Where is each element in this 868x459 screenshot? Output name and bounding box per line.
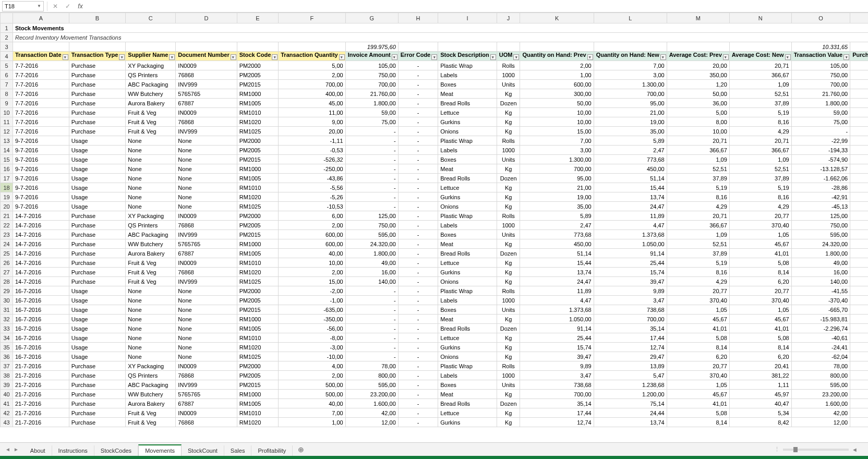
cell-F16[interactable]: -250,00 <box>279 164 345 174</box>
cell-D11[interactable]: 76868 <box>176 117 237 127</box>
cell-F43[interactable]: 1,00 <box>279 418 345 427</box>
row-22[interactable]: 22 <box>1 221 13 230</box>
cell-A41[interactable]: 21-7-2016 <box>13 399 69 408</box>
cell-M22[interactable]: 366,67 <box>667 221 729 230</box>
cell-O6[interactable]: 750,00 <box>791 70 850 80</box>
cell-L16[interactable]: 450,00 <box>594 164 667 174</box>
cell-D38[interactable]: 76868 <box>176 371 237 380</box>
cell-N19[interactable]: 8,16 <box>729 192 791 202</box>
cell-H43[interactable]: - <box>398 418 438 427</box>
cell-P39[interactable]: 1,19 <box>850 380 868 390</box>
cell-J15[interactable]: Units <box>497 155 520 164</box>
cell-E28[interactable]: RM1025 <box>237 277 279 286</box>
cell-E5[interactable]: PM2000 <box>237 61 279 70</box>
cell-O37[interactable]: 78,00 <box>791 361 850 371</box>
cell-E38[interactable]: PM2005 <box>237 371 279 380</box>
cell-O43[interactable]: 12,00 <box>791 418 850 427</box>
cell-O29[interactable]: -41,55 <box>791 286 850 296</box>
cell-F41[interactable]: 40,00 <box>279 399 345 408</box>
cell-G10[interactable]: 59,00 <box>345 108 398 117</box>
cell-C20[interactable]: None <box>126 202 176 211</box>
col-E[interactable]: E <box>237 13 279 23</box>
cell-L18[interactable]: 15,44 <box>594 183 667 192</box>
cell-H34[interactable]: - <box>398 333 438 343</box>
cell-N40[interactable]: 45,97 <box>729 390 791 399</box>
cell-G39[interactable]: 595,00 <box>345 380 398 390</box>
row-7[interactable]: 7 <box>1 80 13 89</box>
cell-O26[interactable]: 49,00 <box>791 258 850 268</box>
cell-C14[interactable]: None <box>126 146 176 155</box>
cell-P14[interactable]: - <box>850 146 868 155</box>
row-16[interactable]: 16 <box>1 164 13 174</box>
cell-C39[interactable]: ABC Packaging <box>126 380 176 390</box>
select-all[interactable] <box>1 13 13 23</box>
cell-H17[interactable]: - <box>398 174 438 183</box>
cell-H23[interactable]: - <box>398 230 438 239</box>
cell-K35[interactable]: 15,74 <box>520 343 594 352</box>
header-G[interactable]: Invoice Amount▾ <box>345 52 398 61</box>
cell-G35[interactable]: - <box>345 343 398 352</box>
cell-O38[interactable]: 800,00 <box>791 371 850 380</box>
cell-K19[interactable]: 19,00 <box>520 192 594 202</box>
cell-N11[interactable]: 8,16 <box>729 117 791 127</box>
cell-M11[interactable]: 8,00 <box>667 117 729 127</box>
cell-C11[interactable]: Fruit & Veg <box>126 117 176 127</box>
cell-E23[interactable]: PM2015 <box>237 230 279 239</box>
cell-E6[interactable]: PM2005 <box>237 70 279 80</box>
cell-J21[interactable]: Rolls <box>497 211 520 221</box>
row-10[interactable]: 10 <box>1 108 13 117</box>
cell-K20[interactable]: 35,00 <box>520 202 594 211</box>
cell-B37[interactable]: Purchase <box>69 361 126 371</box>
cell-F27[interactable]: 2,00 <box>279 268 345 277</box>
cell-J39[interactable]: Units <box>497 380 520 390</box>
cell-A10[interactable]: 7-7-2016 <box>13 108 69 117</box>
cell-C29[interactable]: None <box>126 286 176 296</box>
cell-C30[interactable]: None <box>126 296 176 305</box>
cell-E8[interactable]: RM1000 <box>237 89 279 99</box>
cell-B35[interactable]: Usage <box>69 343 126 352</box>
cell-D26[interactable]: IN0009 <box>176 258 237 268</box>
tab-profitability[interactable]: Profitability <box>251 445 293 456</box>
cell-O39[interactable]: 595,00 <box>791 380 850 390</box>
scroll-slider[interactable]: ⋮ ◄ <box>774 446 868 453</box>
cell-M24[interactable]: 52,51 <box>667 239 729 249</box>
cell-A39[interactable]: 21-7-2016 <box>13 380 69 390</box>
cell-N22[interactable]: 370,40 <box>729 221 791 230</box>
cell-C35[interactable]: None <box>126 343 176 352</box>
cell-L6[interactable]: 3,00 <box>594 70 667 80</box>
cell-G6[interactable]: 750,00 <box>345 70 398 80</box>
cell-B17[interactable]: Usage <box>69 174 126 183</box>
col-G[interactable]: G <box>345 13 398 23</box>
cell-F12[interactable]: 20,00 <box>279 127 345 136</box>
cell-C33[interactable]: None <box>126 324 176 333</box>
header-P[interactable]: Purchase Price per U▾ <box>850 52 868 61</box>
cell-B24[interactable]: Purchase <box>69 239 126 249</box>
cell-B12[interactable]: Purchase <box>69 127 126 136</box>
cell-P42[interactable]: 6,00 <box>850 408 868 418</box>
cell-D32[interactable]: None <box>176 315 237 324</box>
row-9[interactable]: 9 <box>1 99 13 108</box>
cell-G36[interactable]: - <box>345 352 398 361</box>
cell-D24[interactable]: 5765765 <box>176 239 237 249</box>
cell-D27[interactable]: 76868 <box>176 268 237 277</box>
cell-O33[interactable]: -2.296,74 <box>791 324 850 333</box>
cell-L38[interactable]: 5,47 <box>594 371 667 380</box>
tab-prev-icon[interactable]: ◄ <box>5 446 10 452</box>
cell-P24[interactable]: 40,53 <box>850 239 868 249</box>
cell-M26[interactable]: 5,19 <box>667 258 729 268</box>
cell-M25[interactable]: 37,89 <box>667 249 729 258</box>
cell-L8[interactable]: 700,00 <box>594 89 667 99</box>
cell-K26[interactable]: 15,44 <box>520 258 594 268</box>
cell-M16[interactable]: 52,51 <box>667 164 729 174</box>
cell-G22[interactable]: 750,00 <box>345 221 398 230</box>
cell-I28[interactable]: Onions <box>438 277 497 286</box>
cell-K8[interactable]: 300,00 <box>520 89 594 99</box>
chevron-left-icon[interactable]: ◄ <box>852 446 858 453</box>
cell-G40[interactable]: 23.200,00 <box>345 390 398 399</box>
cell-C17[interactable]: None <box>126 174 176 183</box>
cell-C8[interactable]: WW Butchery <box>126 89 176 99</box>
cell-J34[interactable]: Kg <box>497 333 520 343</box>
cell-A28[interactable]: 14-7-2016 <box>13 277 69 286</box>
cell-A26[interactable]: 14-7-2016 <box>13 258 69 268</box>
cell-K28[interactable]: 24,47 <box>520 277 594 286</box>
